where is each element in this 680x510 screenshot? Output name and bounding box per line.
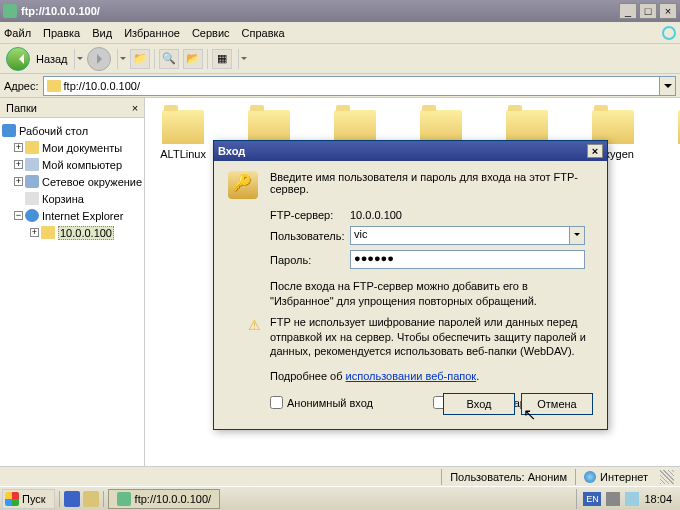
close-button[interactable]: × (659, 3, 677, 19)
menu-view[interactable]: Вид (92, 27, 112, 39)
window-title: ftp://10.0.0.100/ (21, 5, 617, 17)
folder-icon (47, 80, 61, 92)
folders-icon[interactable]: 📂 (183, 49, 203, 69)
keys-icon (228, 171, 258, 199)
clock[interactable]: 18:04 (644, 493, 672, 505)
cancel-button[interactable]: Отмена (521, 393, 593, 415)
menu-edit[interactable]: Правка (43, 27, 80, 39)
sidebar-close-icon[interactable]: × (132, 102, 138, 114)
forward-dropdown[interactable] (117, 49, 126, 69)
folder-item[interactable]: ALTLinux (155, 110, 211, 160)
server-value: 10.0.0.100 (350, 209, 593, 221)
status-zone: Интернет (575, 469, 656, 485)
quick-launch (59, 491, 104, 507)
username-field[interactable]: vic (350, 226, 585, 245)
toolbar: Назад 📁 🔍 📂 ▦ (0, 44, 680, 74)
desktop-icon (2, 124, 16, 137)
dialog-close-button[interactable]: × (587, 144, 603, 158)
computer-icon (25, 158, 39, 171)
back-button[interactable] (6, 47, 30, 71)
tree-mydocs[interactable]: +Мои документы (2, 139, 142, 156)
menu-help[interactable]: Справка (242, 27, 285, 39)
search-icon[interactable]: 🔍 (159, 49, 179, 69)
folder-tree: Рабочий стол +Мои документы +Мой компьют… (0, 118, 144, 245)
language-indicator[interactable]: EN (583, 492, 601, 506)
ie-icon (25, 209, 39, 222)
expander-icon[interactable]: + (30, 228, 39, 237)
folder-icon (334, 110, 376, 144)
login-button[interactable]: Вход (443, 393, 515, 415)
tray-icon[interactable] (606, 492, 620, 506)
address-dropdown[interactable] (660, 76, 676, 96)
status-user: Пользователь: Аноним (441, 469, 575, 485)
folder-item[interactable]: emu (671, 110, 680, 160)
address-value: ftp://10.0.0.100/ (64, 80, 140, 92)
expander-icon[interactable]: − (14, 211, 23, 220)
folder-icon (41, 226, 55, 239)
start-button[interactable]: Пуск (2, 489, 55, 509)
ie-app-icon (3, 4, 17, 18)
folder-icon (420, 110, 462, 144)
menu-favorites[interactable]: Избранное (124, 27, 180, 39)
expander-icon[interactable]: + (14, 143, 23, 152)
folder-icon (25, 141, 39, 154)
folder-icon (162, 110, 204, 144)
password-label: Пароль: (270, 254, 350, 266)
titlebar: ftp://10.0.0.100/ _ □ × (0, 0, 680, 22)
windows-flag-icon (5, 492, 19, 506)
maximize-button[interactable]: □ (639, 3, 657, 19)
system-tray: EN 18:04 (576, 489, 678, 509)
show-desktop-icon[interactable] (83, 491, 99, 507)
minimize-button[interactable]: _ (619, 3, 637, 19)
tree-mycomputer[interactable]: +Мой компьютер (2, 156, 142, 173)
statusbar: Пользователь: Аноним Интернет (0, 466, 680, 486)
warning-icon (248, 317, 266, 333)
anonymous-checkbox[interactable]: Анонимный вход (270, 396, 373, 409)
views-dropdown[interactable] (238, 49, 247, 69)
sidebar-title: Папки (6, 102, 37, 114)
network-icon (25, 175, 39, 188)
menu-tools[interactable]: Сервис (192, 27, 230, 39)
tree-desktop[interactable]: Рабочий стол (2, 122, 142, 139)
ie-icon (117, 492, 131, 506)
menu-file[interactable]: Файл (4, 27, 31, 39)
folder-icon (248, 110, 290, 144)
info-text-1: После входа на FTP-сервер можно добавить… (270, 279, 593, 309)
recycle-icon (25, 192, 39, 205)
tree-ftp-host[interactable]: +10.0.0.100 (2, 224, 142, 241)
save-icon[interactable] (64, 491, 80, 507)
password-field[interactable]: ●●●●●● (350, 250, 585, 269)
server-label: FTP-сервер: (270, 209, 350, 221)
expander-icon[interactable]: + (14, 177, 23, 186)
login-dialog: Вход × Введите имя пользователя и пароль… (213, 140, 608, 430)
folder-icon (506, 110, 548, 144)
expander-icon[interactable]: + (14, 160, 23, 169)
address-label: Адрес: (4, 80, 39, 92)
taskbar: Пуск ftp://10.0.0.100/ EN 18:04 (0, 486, 680, 510)
more-info: Подробнее об использовании веб-папок. (270, 369, 593, 384)
globe-icon (584, 471, 596, 483)
back-dropdown[interactable] (74, 49, 83, 69)
address-field[interactable]: ftp://10.0.0.100/ (43, 76, 660, 96)
taskbar-task[interactable]: ftp://10.0.0.100/ (108, 489, 220, 509)
resize-grip-icon[interactable] (660, 470, 674, 484)
menubar: Файл Правка Вид Избранное Сервис Справка (0, 22, 680, 44)
username-label: Пользователь: (270, 230, 350, 242)
views-icon[interactable]: ▦ (212, 49, 232, 69)
folders-sidebar: Папки × Рабочий стол +Мои документы +Мой… (0, 98, 145, 486)
tree-ie[interactable]: −Internet Explorer (2, 207, 142, 224)
sidebar-header: Папки × (0, 98, 144, 118)
folder-icon (592, 110, 634, 144)
tree-network[interactable]: +Сетевое окружение (2, 173, 142, 190)
throbber-icon (662, 26, 676, 40)
webfolders-link[interactable]: использовании веб-папок (346, 370, 477, 382)
up-icon[interactable]: 📁 (130, 49, 150, 69)
tree-recyclebin[interactable]: Корзина (2, 190, 142, 207)
volume-icon[interactable] (625, 492, 639, 506)
forward-button (87, 47, 111, 71)
dialog-titlebar[interactable]: Вход × (214, 141, 607, 161)
back-label[interactable]: Назад (36, 53, 68, 65)
info-text-2: FTP не использует шифрование паролей или… (270, 315, 593, 360)
chevron-down-icon[interactable] (569, 227, 584, 244)
dialog-prompt: Введите имя пользователя и пароль для вх… (270, 171, 593, 195)
